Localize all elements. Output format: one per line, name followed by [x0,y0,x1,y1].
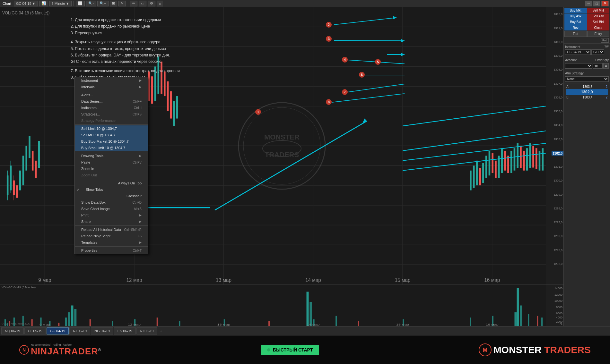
entry-button[interactable]: Entry [587,31,610,37]
menu-strategies[interactable]: Strategies... Ctrl+S [75,111,148,117]
close-window-btn[interactable]: ✕ [601,1,609,6]
svg-rect-71 [532,146,534,168]
tab-ng[interactable]: NG 04-19 [91,327,113,334]
buy-mkt-button[interactable]: Buy Mkt [564,8,587,13]
price-1312: 1312,0 [553,13,562,16]
svg-rect-109 [65,317,67,326]
context-menu[interactable]: Instrument Intervals Alerts... Data Seri… [74,77,148,254]
sell-ask-button[interactable]: Sell Ask [587,13,610,19]
menu-print[interactable]: Print [75,212,148,218]
monster-white: MONSTER [493,344,542,355]
quick-start-button[interactable]: БЫСТРЫЙ СТАРТ [261,345,319,355]
price-1308: 1308,0 [553,68,562,71]
menu-indicators[interactable]: Indicators... Ctrl+I [75,105,148,111]
price-axis: 1312,0 1311,0 1310,0 1309,0 1308,0 1307,… [546,7,563,284]
price-1296: 1296,0 [553,234,562,238]
zoom-out-btn[interactable]: 🔍- [86,1,96,6]
instrument-dropdown[interactable]: GC 04-19 [565,49,591,55]
account-dropdown[interactable] [565,63,592,69]
tab-add-button[interactable]: + [158,327,164,334]
rev-button[interactable]: Rev [564,25,587,30]
svg-rect-126 [470,317,471,326]
buy-bid-button[interactable]: Buy Bid [564,19,587,25]
sep-3 [75,152,148,152]
menu-sell-limit[interactable]: Sell Limit 10 @ 1304,7 [75,125,148,132]
svg-rect-52 [473,165,475,188]
ask-label: A: [566,85,569,89]
tab-6j[interactable]: 6J 06-19 [69,327,90,334]
tab-gc[interactable]: GC 04-19 [47,327,69,334]
gtc-dropdown[interactable]: GTC [591,49,604,55]
minimize-btn[interactable]: ─ [585,1,592,6]
menu-reload-ninjascript[interactable]: Reload NinjaScript F5 [75,233,148,239]
sep-1 [75,91,148,91]
menu-show-data-box[interactable]: Show Data Box Ctrl+D [75,199,148,206]
svg-rect-110 [68,312,70,326]
menu-buy-stop-market[interactable]: Buy Stop Market 10 @ 1304,7 [75,138,148,145]
tools-btn[interactable]: ⚙ [148,1,155,6]
svg-rect-68 [523,151,525,171]
order-qty-input[interactable] [593,63,603,69]
menu-save-chart-image[interactable]: Save Chart Image Alt+S [75,206,148,212]
svg-rect-54 [479,168,481,185]
bars-btn[interactable]: ⬜ [76,1,85,6]
zoom-fit-btn[interactable]: ⊞ [110,1,117,6]
menu-show-tabs[interactable]: ✓ Show Tabs [75,186,148,193]
interval-selector[interactable]: 5 Minute ▼ [49,1,72,6]
svg-rect-55 [482,163,484,183]
menu-paste[interactable]: Paste Ctrl+V [75,159,148,165]
menu-properties[interactable]: Properties Ctrl+T [75,247,148,254]
instrument-selector[interactable]: GC 04-19 ▼ [14,1,38,6]
draw-btn[interactable]: ✏ [130,1,137,6]
svg-text:MONSTER: MONSTER [264,133,300,141]
ninja-logo: N [19,345,29,355]
svg-rect-62 [504,151,506,171]
tif-label: TIF [605,45,609,48]
bubble-6: 6 [359,72,365,78]
menu-instrument[interactable]: Instrument [75,77,148,84]
maximize-btn[interactable]: □ [593,1,600,6]
menu-data-series[interactable]: Data Series... Ctrl+F [75,98,148,105]
sell-bid-button[interactable]: Sell Bid [587,19,610,25]
zoom-in-btn[interactable]: 🔍+ [97,1,108,6]
svg-rect-64 [510,151,512,173]
cursor-btn[interactable]: ↖ [118,1,126,6]
tab-6j2[interactable]: 6J 06-19 [136,327,157,334]
menu-zoom-in[interactable]: Zoom In [75,165,148,172]
tab-nq[interactable]: NQ 06-19 [1,327,24,334]
menu-sell-mit[interactable]: Sell MIT 10 @ 1304,7 [75,132,148,138]
svg-rect-74 [542,148,544,171]
atm-dropdown[interactable]: None [565,76,609,82]
menu-always-on-top[interactable]: Always On Top [75,180,148,186]
menu-reload-historical[interactable]: Reload All Historical Data Ctrl+Shift+R [75,226,148,233]
svg-rect-70 [529,143,531,168]
volume-value: 71 [559,322,562,326]
menu-templates[interactable]: Templates [75,239,148,246]
tab-es[interactable]: ES 06-19 [114,327,136,334]
svg-rect-34 [29,136,30,158]
order-settings-btn[interactable]: ⚙ [603,63,609,69]
svg-rect-47 [167,81,169,111]
menu-crosshair[interactable]: Crosshair [75,193,148,199]
menu-buy-stop-limit[interactable]: Buy Stop Limit 10 @ 1304,7 [75,145,148,151]
svg-rect-58 [492,153,493,173]
bubble-5: 5 [375,59,381,65]
instrument-label: Instrument [565,45,580,49]
chart-type-btn[interactable]: 📊 [39,1,48,6]
list-btn[interactable]: ≡ [157,1,163,6]
rect-btn[interactable]: ▭ [139,1,146,6]
price-1301: 1301,0 [553,165,562,168]
tab-cl[interactable]: CL 05-19 [24,327,46,334]
svg-rect-129 [517,288,519,326]
sep2 [128,1,128,6]
menu-drawing-tools[interactable]: Drawing Tools [75,153,148,159]
close-position-button[interactable]: Close [587,25,610,30]
menu-intervals[interactable]: Intervals [75,84,148,90]
menu-alerts[interactable]: Alerts... [75,92,148,98]
annotation-line-6b: GTC - если есть в планах перенести через… [71,58,180,65]
menu-share[interactable]: Share [75,218,148,225]
buy-ask-button[interactable]: Buy Ask [564,13,587,19]
sell-mkt-button[interactable]: Sell Mkt [587,8,610,13]
ask-qty: 2 [606,85,607,89]
flat-button[interactable]: Flat [564,31,587,37]
